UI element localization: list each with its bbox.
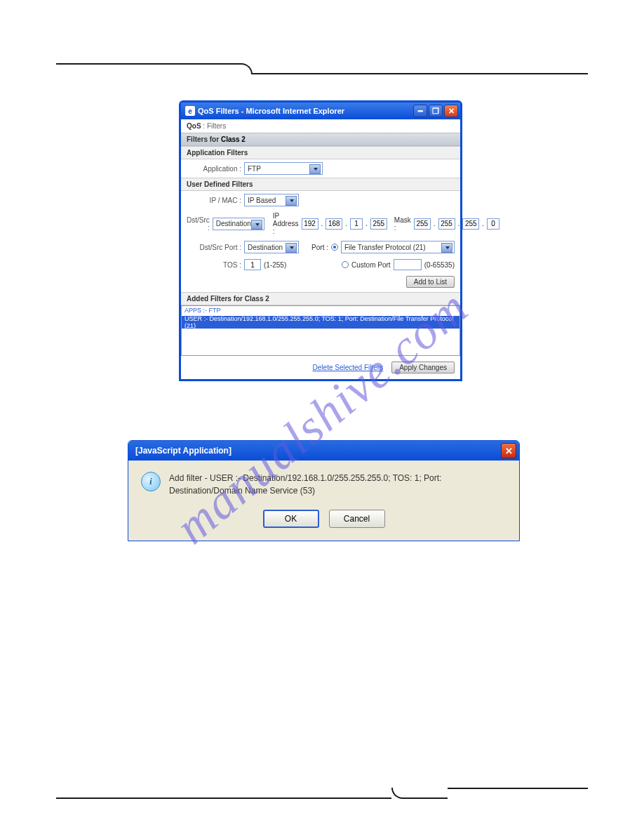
mask-octet-4[interactable] xyxy=(487,218,499,230)
mask-octet-2[interactable] xyxy=(438,218,455,230)
application-label: Application : xyxy=(187,165,241,173)
breadcrumb-page: Filters xyxy=(207,122,226,130)
info-icon: i xyxy=(141,472,161,491)
ie-icon: e xyxy=(185,106,195,116)
ip-octet-1[interactable] xyxy=(302,218,318,230)
custom-port-radio[interactable] xyxy=(342,261,349,268)
dstsrc-select[interactable]: Destination xyxy=(213,218,264,230)
minimize-button[interactable]: ━ xyxy=(413,105,427,117)
filter-item-user-selected[interactable]: USER :- Destination/192.168.1.0/255.255.… xyxy=(182,316,459,329)
tos-hint: (1-255) xyxy=(264,261,286,269)
cancel-button[interactable]: Cancel xyxy=(329,510,385,528)
maximize-button[interactable]: ❐ xyxy=(429,105,443,117)
add-to-list-button[interactable]: Add to List xyxy=(406,276,455,288)
window-title: QoS Filters - Microsoft Internet Explore… xyxy=(198,107,412,115)
application-select[interactable]: FTP xyxy=(244,162,323,175)
ip-octet-3[interactable] xyxy=(350,218,363,230)
close-button[interactable]: ✕ xyxy=(444,105,458,117)
tos-label: TOS : xyxy=(187,261,241,269)
application-filters-heading: Application Filters xyxy=(181,146,460,159)
port-label: Port : xyxy=(311,244,328,251)
custom-port-input[interactable] xyxy=(394,259,422,270)
user-defined-filters-heading: User Defined Filters xyxy=(181,178,460,191)
port-select[interactable]: File Transfer Protocol (21) xyxy=(341,241,455,253)
qos-filters-window: e QoS Filters - Microsoft Internet Explo… xyxy=(179,100,462,381)
dialog-message: Add filter - USER :- Destination/192.168… xyxy=(169,472,511,497)
ipmac-select[interactable]: IP Based xyxy=(244,194,299,206)
ip-octet-2[interactable] xyxy=(326,218,342,230)
page-footer-rule xyxy=(56,788,588,799)
dstsrc-label: Dst/Src : xyxy=(187,216,210,232)
breadcrumb-root: QoS xyxy=(187,122,201,130)
window-titlebar[interactable]: e QoS Filters - Microsoft Internet Explo… xyxy=(181,102,460,119)
custom-port-hint: (0-65535) xyxy=(424,261,455,269)
dstsrcport-select[interactable]: Destination xyxy=(244,241,299,253)
ipmac-label: IP / MAC : xyxy=(187,197,241,204)
added-filters-list[interactable]: APPS :- FTP USER :- Destination/192.168.… xyxy=(181,305,460,356)
delete-selected-filters-link[interactable]: Delete Selected Filters xyxy=(313,364,384,371)
page-header-rule xyxy=(56,63,588,74)
javascript-alert-dialog: [JavaScript Application] ✕ i Add filter … xyxy=(128,440,520,541)
dialog-close-button[interactable]: ✕ xyxy=(501,443,516,458)
custom-port-label: Custom Port xyxy=(351,261,391,269)
port-preset-radio[interactable] xyxy=(331,244,338,251)
breadcrumb: QoS : Filters xyxy=(181,119,460,133)
added-filters-heading: Added Filters for Class 2 xyxy=(181,292,460,305)
ipaddress-label: IP Address : xyxy=(273,212,299,235)
dstsrcport-label: Dst/Src Port : xyxy=(187,244,241,251)
filter-item-apps[interactable]: APPS :- FTP xyxy=(182,306,459,315)
dialog-titlebar[interactable]: [JavaScript Application] ✕ xyxy=(128,441,519,461)
apply-changes-button[interactable]: Apply Changes xyxy=(391,362,455,373)
filters-for-class-heading: Filters for Class 2 xyxy=(181,133,460,146)
dialog-title: [JavaScript Application] xyxy=(135,446,501,456)
ok-button[interactable]: OK xyxy=(263,510,319,528)
tos-input[interactable] xyxy=(244,259,261,270)
mask-octet-3[interactable] xyxy=(462,218,479,230)
ip-octet-4[interactable] xyxy=(370,218,387,230)
mask-label: Mask : xyxy=(394,216,411,232)
mask-octet-1[interactable] xyxy=(414,218,431,230)
